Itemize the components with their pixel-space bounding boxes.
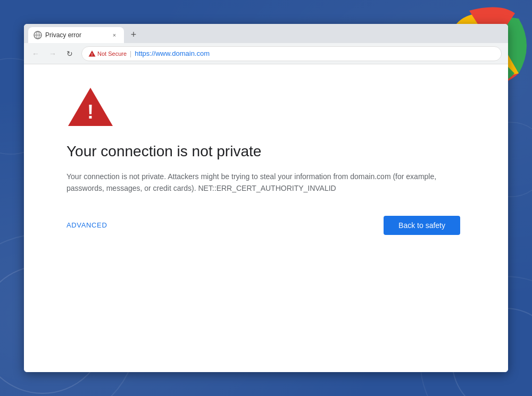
address-url: https://www.domain.com <box>135 49 210 57</box>
not-secure-badge: ! Not Secure <box>88 50 127 57</box>
warning-icon-container: ! <box>66 86 114 130</box>
active-tab[interactable]: Privacy error × <box>28 27 124 43</box>
not-secure-text: Not Secure <box>97 50 127 57</box>
svg-text:!: ! <box>92 53 93 56</box>
tab-title: Privacy error <box>45 31 107 39</box>
svg-text:!: ! <box>87 101 94 123</box>
page-content: ! Your connection is not private Your co… <box>24 64 508 372</box>
warning-triangle-icon: ! <box>66 86 114 128</box>
error-description: Your connection is not private. Attacker… <box>66 171 439 195</box>
address-bar[interactable]: ! Not Secure | https://www.domain.com <box>81 46 502 61</box>
advanced-button[interactable]: ADVANCED <box>66 217 107 233</box>
address-bar-area: ← → ↻ ! Not Secure | https://www.domain.… <box>24 43 508 64</box>
not-secure-warning-icon: ! <box>88 50 96 57</box>
new-tab-button[interactable]: + <box>126 27 141 42</box>
tab-favicon-icon <box>34 31 42 39</box>
browser-window: Privacy error × + ← → ↻ ! Not Secure | h… <box>24 24 508 372</box>
action-row: ADVANCED Back to safety <box>66 216 460 235</box>
address-separator: | <box>130 50 131 57</box>
error-title: Your connection is not private <box>66 143 261 160</box>
back-to-safety-button[interactable]: Back to safety <box>384 216 460 235</box>
tab-bar: Privacy error × + <box>24 24 508 43</box>
forward-button[interactable]: → <box>45 46 60 61</box>
refresh-button[interactable]: ↻ <box>62 46 77 61</box>
back-button[interactable]: ← <box>28 46 43 61</box>
tab-close-button[interactable]: × <box>110 31 119 39</box>
